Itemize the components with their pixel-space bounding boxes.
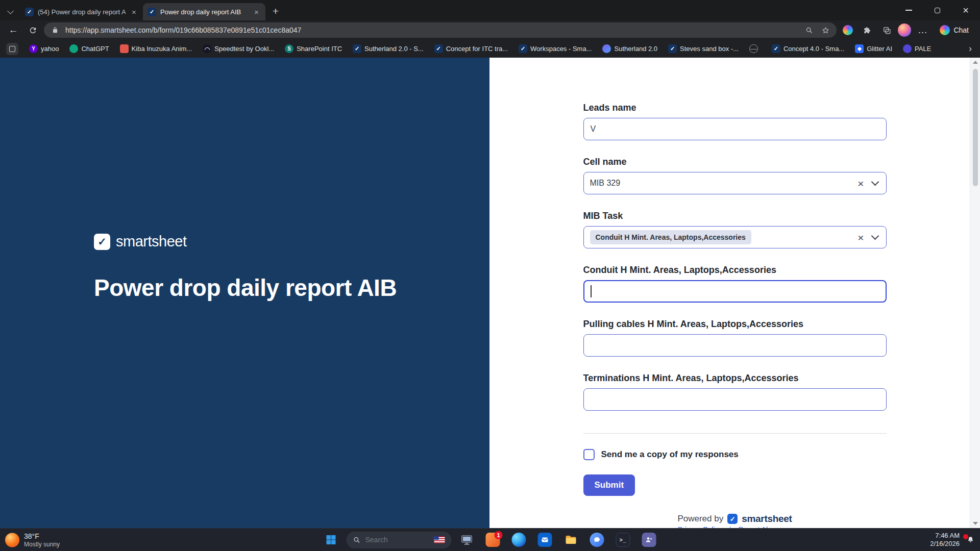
conduit-label: Conduit H Mint. Areas, Laptops,Accessori… [583, 265, 887, 276]
search-input[interactable] [365, 536, 430, 544]
extensions-button[interactable] [859, 22, 875, 38]
bookmark-concept-40[interactable]: Concept 4.0 - Sma... [772, 44, 844, 53]
edge-app[interactable] [508, 530, 530, 549]
bookmark-workspaces[interactable]: Workspaces - Sma... [519, 44, 592, 53]
bookmark-kiba-inuzuka[interactable]: Kiba Inuzuka Anim... [120, 44, 192, 53]
outlook-app[interactable] [534, 530, 556, 549]
alerts-app[interactable]: 1 [482, 530, 504, 549]
clear-icon[interactable]: × [855, 232, 866, 243]
powered-by-text: Powered by [677, 514, 723, 524]
pulling-cables-input[interactable] [583, 334, 887, 357]
minimize-button[interactable] [894, 0, 923, 20]
smartsheet-icon [668, 44, 677, 53]
search-icon [353, 536, 361, 544]
notification-dot [963, 534, 968, 539]
bookmark-concept-itc[interactable]: Concept for ITC tra... [434, 44, 508, 53]
zoom-icon[interactable] [803, 24, 815, 36]
site-info-lock-icon[interactable] [49, 24, 61, 36]
chat-button-label: Chat [953, 26, 969, 34]
workspaces-icon[interactable] [6, 43, 18, 55]
bookmark-label: PALE [915, 45, 931, 53]
bookmark-label: Glitter AI [867, 45, 892, 53]
form-divider [583, 433, 887, 434]
send-copy-checkbox[interactable] [583, 449, 595, 460]
taskbar-search[interactable] [347, 532, 452, 548]
clear-icon[interactable]: × [855, 178, 866, 189]
remote-desktop-app[interactable] [456, 530, 478, 549]
close-button[interactable]: × [951, 0, 980, 20]
cell-name-select[interactable]: MIB 329 × [583, 172, 887, 194]
windows-logo-icon [325, 534, 337, 546]
address-bar[interactable]: https://app.smartsheet.com/b/form/019c66… [44, 22, 837, 38]
bookmark-chatgpt[interactable]: ChatGPT [69, 44, 109, 53]
tab-close-icon[interactable]: × [130, 8, 138, 16]
copilot-icon [940, 25, 950, 35]
bookmark-yahoo[interactable]: yahoo [29, 44, 59, 53]
send-copy-label[interactable]: Send me a copy of my responses [601, 449, 739, 460]
smartsheet-icon [519, 44, 527, 53]
clock-time: 7:46 AM [930, 532, 960, 540]
browser-tab-active[interactable]: Power drop daily report AIB × [143, 3, 265, 20]
notification-center-button[interactable] [966, 536, 975, 544]
maximize-button[interactable] [923, 0, 951, 20]
browser-viewport: smartsheet Power drop daily report AIB L… [0, 58, 980, 528]
bookmark-glitter-ai[interactable]: Glitter AI [855, 44, 892, 53]
bookmark-sutherland-20-s[interactable]: Sutherland 2.0 - S... [353, 44, 424, 53]
mib-task-multiselect[interactable]: Conduit H Mint. Areas, Laptops,Accessori… [583, 226, 887, 248]
file-explorer-app[interactable] [560, 530, 582, 549]
conduit-input[interactable] [583, 280, 887, 303]
browser-tab-inactive[interactable]: (54) Power drop daily report AIB × [20, 3, 143, 20]
bookmark-globe[interactable] [749, 44, 761, 53]
taskbar-center: 1 >_ [321, 530, 660, 549]
bookmark-steves-sandbox[interactable]: Steves sand box -... [668, 44, 739, 53]
bookmark-sharepoint[interactable]: SharePoint ITC [285, 44, 342, 53]
favorite-star-icon[interactable] [819, 24, 831, 36]
outlook-icon [538, 533, 552, 547]
sparkle-icon [855, 44, 864, 53]
edge-icon [512, 533, 526, 547]
refresh-button[interactable] [24, 22, 41, 38]
cell-name-label: Cell name [583, 157, 887, 167]
profile-avatar[interactable] [898, 23, 911, 37]
tab-search-button[interactable] [0, 3, 20, 20]
weather-temp: 38°F [24, 532, 60, 541]
smartsheet-favicon [148, 8, 156, 16]
tab-close-icon[interactable]: × [252, 8, 261, 16]
scrollbar-thumb[interactable] [973, 69, 978, 186]
pale-icon [903, 44, 912, 53]
yahoo-icon [29, 44, 38, 53]
pulling-cables-label: Pulling cables H Mint. Areas, Laptops,Ac… [583, 319, 887, 330]
bookmarks-overflow-chevron[interactable]: › [967, 43, 974, 54]
new-tab-button[interactable]: + [267, 3, 284, 19]
chat-button[interactable]: Chat [934, 22, 975, 38]
smartsheet-logo-icon [94, 234, 110, 250]
taskbar-clock[interactable]: 7:46 AM 2/16/2026 [930, 532, 960, 548]
close-icon: × [963, 5, 969, 15]
terminations-input[interactable] [583, 388, 887, 411]
desktop-screen: (54) Power drop daily report AIB × Power… [0, 0, 980, 551]
weather-widget[interactable]: 38°F Mostly sunny [5, 532, 60, 548]
refresh-icon [29, 26, 37, 35]
leads-name-input[interactable] [583, 118, 887, 140]
collections-button[interactable] [878, 22, 895, 38]
bookmark-label: Concept 4.0 - Sma... [783, 45, 844, 53]
back-button[interactable]: ← [5, 22, 21, 38]
scrollbar-down-arrow[interactable] [970, 519, 980, 528]
start-button[interactable] [321, 530, 342, 549]
teams-app[interactable] [639, 530, 660, 549]
chevron-down-icon[interactable] [871, 178, 879, 186]
submit-button[interactable]: Submit [583, 474, 635, 496]
bookmark-speedtest[interactable]: Speedtest by Ookl... [203, 44, 274, 53]
minimize-icon [905, 10, 912, 11]
chevron-down-icon[interactable] [871, 232, 879, 240]
bookmark-pale[interactable]: PALE [903, 44, 931, 53]
bookmark-sutherland-20[interactable]: Sutherland 2.0 [602, 44, 657, 53]
url-text[interactable]: https://app.smartsheet.com/b/form/019c66… [65, 26, 799, 34]
copilot-discover-button[interactable] [840, 22, 856, 38]
chat-bubble-icon [590, 533, 604, 547]
scrollbar-up-arrow[interactable] [970, 58, 980, 67]
more-menu-button[interactable]: … [914, 22, 930, 38]
chat-app[interactable] [586, 530, 608, 549]
terminal-app[interactable]: >_ [612, 530, 634, 549]
smartsheet-favicon [25, 8, 34, 16]
